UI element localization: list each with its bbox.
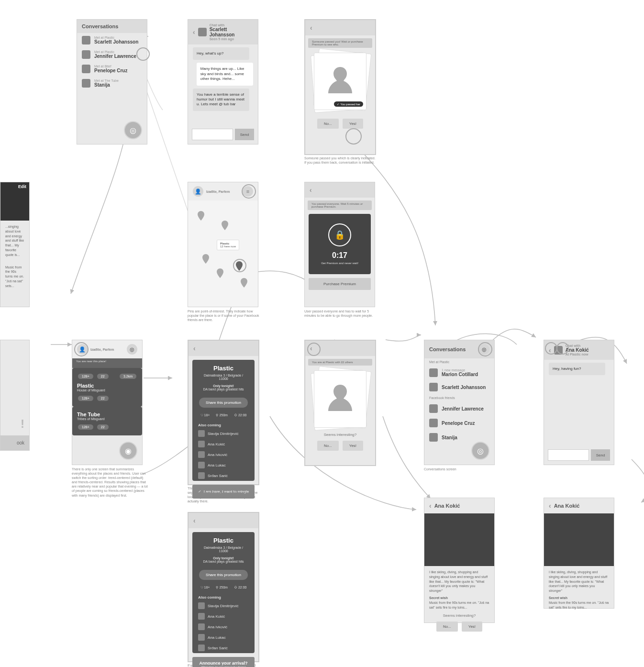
no-button[interactable]: No...	[317, 441, 339, 451]
list-item[interactable]: Ana Kokić	[192, 611, 255, 622]
back-icon[interactable]: ‹	[193, 345, 196, 352]
yes-button[interactable]: Yes!	[343, 441, 363, 451]
map-screen: 👤Izađite, Parfem≡ Plastic12 here now	[188, 182, 258, 307]
user-icon[interactable]: 👤	[193, 186, 203, 197]
convo-item[interactable]: Met at PlasticScarlett Johansson	[77, 33, 147, 47]
msg-input-row: Send	[548, 449, 610, 461]
convo-item[interactable]: Met at The TubeStanija	[77, 76, 147, 90]
timer: 0:17	[313, 251, 366, 260]
map-pin[interactable]	[198, 211, 204, 221]
avatar	[82, 36, 90, 44]
avatar	[198, 462, 205, 468]
list-item[interactable]: Ana Kokić	[192, 439, 255, 449]
fb-button[interactable]: ook	[0, 435, 29, 450]
convo-item[interactable]: 1 new messageMarion Cotillard	[424, 366, 494, 380]
back-icon[interactable]: ‹	[310, 24, 312, 32]
chat-screen-1: ‹Chat withScarlett JohanssonSeen 5 min a…	[188, 19, 258, 145]
msg-field[interactable]	[548, 449, 589, 461]
edit-screen-partial: Edit ...singing about love and energy an…	[0, 182, 30, 307]
avatar	[198, 602, 205, 609]
venue-detail-screen: ‹ Plastic Dalmatinska 3 / Belgrade / 110…	[188, 340, 259, 485]
back-icon[interactable]: ‹	[310, 186, 312, 194]
msg-field[interactable]	[192, 129, 233, 140]
mingle-fab[interactable]: ◉	[119, 442, 137, 460]
near-banner: You are near this place!	[72, 358, 142, 368]
no-button[interactable]: No...	[317, 119, 339, 129]
item-highlight	[136, 47, 150, 61]
card-stack[interactable]: ✓ You passed her	[314, 53, 366, 110]
list-item[interactable]: Slavija Dimitrijević	[192, 428, 255, 439]
back-icon[interactable]: ‹	[193, 517, 196, 524]
map-pin[interactable]	[241, 278, 247, 288]
map-fab[interactable]: ◎	[471, 442, 489, 460]
venue-card[interactable]: 128+223.2km Plastic House of Misguard 12…	[72, 368, 142, 407]
map-icon[interactable]: ◎	[127, 344, 137, 355]
conversations-screen-1: Conversations Met at PlasticScarlett Joh…	[77, 19, 147, 145]
card-stack[interactable]	[314, 370, 366, 428]
avatar	[198, 613, 205, 620]
header: ‹	[189, 513, 258, 528]
avatar	[429, 383, 438, 391]
venue-announce-screen: ‹ Plastic Dalmatinska 3 / Belgrade / 110…	[188, 512, 259, 662]
yes-button[interactable]: Yes!	[343, 119, 363, 129]
list-item[interactable]: Srđan Sarić	[192, 643, 255, 653]
fb-screen-partial: ! ook	[0, 340, 30, 451]
map-pin[interactable]	[202, 254, 209, 264]
avatar-highlight	[556, 342, 569, 355]
vote-row: No...Yes!	[424, 618, 494, 635]
map-popover[interactable]: Plastic12 here now	[217, 240, 239, 250]
avatar	[429, 368, 438, 377]
announce-caption: If you are not near the location, you ar…	[188, 663, 259, 667]
send-button[interactable]: Send	[235, 129, 254, 140]
purchase-button[interactable]: Purchase Premium	[309, 278, 371, 290]
avatar	[198, 441, 205, 447]
convo-item[interactable]: Met at BitefPenelope Cruz	[77, 62, 147, 76]
list-item[interactable]: Ana Ivković	[192, 449, 255, 460]
back-icon[interactable]: ‹	[193, 28, 195, 36]
msg-input-row: Send	[192, 129, 254, 140]
header: Conversations	[77, 20, 147, 33]
share-button[interactable]: Share this promotion	[199, 398, 248, 408]
send-button[interactable]: Send	[591, 449, 610, 461]
question: Seems interesting?	[305, 433, 375, 437]
list-item[interactable]: Slavija Dimitrijević	[192, 600, 255, 611]
map-pin[interactable]	[222, 221, 228, 230]
avatar	[198, 645, 205, 651]
venue-card[interactable]: The Tube Tribes of Misguard 128+22	[72, 407, 142, 435]
convo-item[interactable]: Scarlett Johansson	[424, 380, 494, 394]
locked-caption: User passed everyone and has to wait for…	[304, 309, 376, 318]
list-item[interactable]: Ana Ivković	[192, 622, 255, 632]
passed-caption: Someone passed you which is clearly indi…	[304, 156, 376, 165]
no-button[interactable]: No...	[436, 622, 458, 632]
venue-detail-card: Plastic Dalmatinska 3 / Belgrade / 11000…	[192, 532, 255, 653]
list-item[interactable]: Srđan Sarić	[192, 470, 255, 481]
passed-screen: ‹ Someone passed you! Wait or purchase P…	[304, 19, 376, 155]
banner: You passed everyone. Wait 5 minutes or p…	[308, 200, 372, 210]
back-icon[interactable]: ‹	[429, 502, 432, 510]
convo-item[interactable]: Penelope Cruz	[424, 416, 494, 430]
banner: You are at Plastic with 22 others	[308, 359, 372, 366]
avatar	[198, 430, 205, 437]
header: ‹	[189, 341, 258, 356]
back-icon[interactable]: ‹	[549, 502, 551, 510]
profile-screen-2: ‹Ana Kokić I like skiing, diving, shoppi…	[544, 498, 614, 609]
list-item[interactable]: Ana Lukac	[192, 632, 255, 643]
vote-row: No...Yes!	[305, 115, 375, 133]
vote-row: No...Yes!	[305, 437, 375, 455]
profile-header: ‹Ana Kokić	[424, 498, 494, 513]
convo-item[interactable]: Jennifer Lawrence	[424, 401, 494, 416]
header: ‹	[305, 182, 375, 198]
profile-header: ‹Ana Kokić	[544, 498, 614, 513]
map-pin[interactable]	[217, 268, 223, 278]
list-item[interactable]: Ana Lukac	[192, 460, 255, 470]
yes-button[interactable]: Yes!	[462, 622, 482, 632]
lock-icon: 🔒	[328, 223, 351, 246]
map-fab[interactable]: ◎	[124, 121, 142, 139]
avatar	[429, 433, 438, 442]
profile-bio: I like skiing, diving, shopping and sing…	[424, 566, 494, 613]
map-highlight	[478, 342, 492, 356]
avatar	[82, 65, 90, 73]
profile-bio: I like skiing, diving, shopping and sing…	[544, 566, 614, 613]
edit-button[interactable]: Edit	[18, 184, 26, 189]
share-button[interactable]: Share this promotion	[199, 570, 248, 580]
